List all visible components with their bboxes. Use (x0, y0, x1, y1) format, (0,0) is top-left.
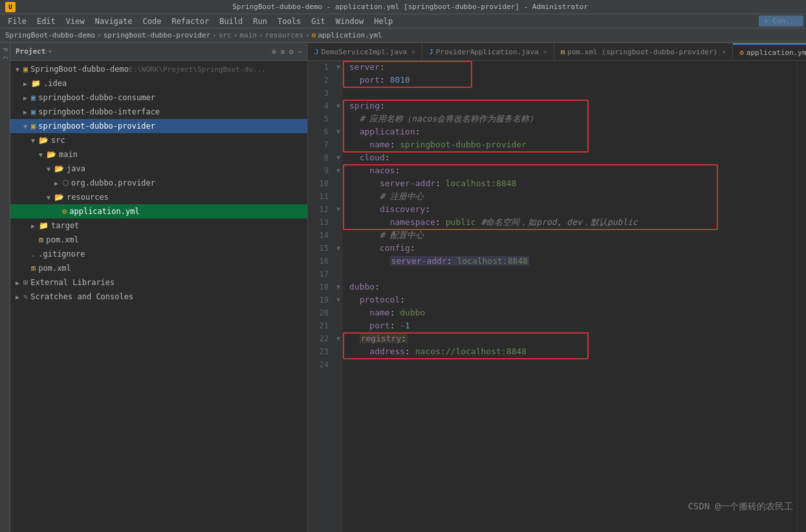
tab-ProviderApplication[interactable]: J ProviderApplication.java × (422, 43, 554, 60)
tab-pom-xml[interactable]: m pom.xml (springboot-dubbo-provider) × (554, 43, 733, 60)
menu-view[interactable]: View (61, 17, 90, 26)
tree-item-ext-libs[interactable]: ▶ ⊞ External Libraries (10, 275, 307, 290)
breadcrumb-main[interactable]: main (239, 31, 257, 39)
fold-8[interactable]: ▼ (334, 151, 343, 164)
menu-code[interactable]: Code (138, 17, 167, 26)
tab-close-ProviderApplication[interactable]: × (543, 48, 547, 56)
menu-file[interactable]: File (3, 17, 32, 26)
line-numbers: 12345 678910 1112131415 1617181920 21222… (308, 61, 334, 532)
fold-18[interactable]: ▼ (334, 281, 343, 293)
tree-arrow: ▼ (47, 194, 54, 201)
tree-label-scratches: Scratches and Consoles (30, 292, 133, 301)
fold-22[interactable]: ▼ (334, 332, 343, 345)
tree-item-idea[interactable]: ▶ 📁 .idea (10, 76, 307, 90)
app-logo: U (5, 2, 16, 12)
tree-item-package[interactable]: ▶ ⬡ org.dubbo.provider (10, 176, 307, 190)
breadcrumb-resources[interactable]: resources (265, 31, 304, 39)
tree-item-interface[interactable]: ▶ ▣ springboot-dubbo-interface (10, 105, 307, 119)
code-editor[interactable]: server: port: 8010 spring: # 应用名称（nacos会… (343, 61, 797, 532)
tree-label-resources: resources (67, 193, 109, 202)
tree-item-pom-root[interactable]: m pom.xml (10, 261, 307, 275)
tab-label-pom: pom.xml (springboot-dubbo-provider) (567, 48, 717, 56)
tree-arrow: ▶ (23, 94, 31, 101)
locate-file-button[interactable]: ⊕ (272, 47, 276, 56)
fold-gutter[interactable]: ▼ ▼ ▼ ▼ ▼ ▼ ▼ ▼ ▼ ▼ (334, 61, 343, 532)
tree-label-package: org.dubbo.provider (71, 178, 155, 187)
panel-dropdown[interactable]: ▾ (48, 48, 52, 55)
project-panel: Project ▾ ⊕ ≡ ⚙ − ▼ ▣ SpringBoot-dubbo-d… (10, 43, 308, 532)
fold-20 (334, 306, 343, 319)
file-tree: ▼ ▣ SpringBoot-dubbo-demo E:\WORK\Projec… (10, 61, 307, 532)
folder-icon: 📁 (39, 221, 49, 230)
tree-item-target[interactable]: ▶ 📁 target (10, 218, 307, 233)
vcs-button[interactable]: ↑ Con... (759, 16, 803, 27)
tab-DemoServiceImpl[interactable]: J DemoServiceImpl.java × (308, 43, 422, 60)
breadcrumb-src[interactable]: src (219, 31, 232, 39)
tree-item-root[interactable]: ▼ ▣ SpringBoot-dubbo-demo E:\WORK\Projec… (10, 62, 307, 76)
tree-item-pom-provider[interactable]: m pom.xml (10, 233, 307, 247)
menu-tools[interactable]: Tools (272, 17, 306, 26)
fold-11 (334, 190, 343, 203)
tab-close-DemoServiceImpl[interactable]: × (411, 48, 415, 56)
folder-icon: 📁 (31, 79, 41, 88)
tree-item-src[interactable]: ▼ 📂 src (10, 133, 307, 147)
tree-item-java-folder[interactable]: ▼ 📂 java (10, 162, 307, 176)
tree-arrow: ▼ (23, 123, 31, 130)
code-line-2: port: 8010 (349, 74, 797, 87)
menu-navigate[interactable]: Navigate (90, 17, 138, 26)
fold-2 (334, 74, 343, 87)
tree-label-provider: springboot-dubbo-provider (38, 122, 155, 131)
code-line-18: dubbo: (349, 281, 797, 293)
tree-item-consumer[interactable]: ▶ ▣ springboot-dubbo-consumer (10, 90, 307, 105)
tree-arrow: ▼ (47, 165, 54, 173)
tab-application-yml[interactable]: ⚙ application.yml × (733, 43, 806, 60)
breadcrumb-yml[interactable]: application.yml (318, 31, 382, 39)
menu-bar: File Edit View Navigate Code Refactor Bu… (0, 14, 806, 28)
tree-arrow: ▶ (23, 109, 31, 116)
module-icon: ▣ (31, 107, 36, 116)
yml-file-icon: ⚙ (62, 207, 67, 216)
fold-1[interactable]: ▼ (334, 61, 343, 74)
commit-tool-button[interactable]: C (2, 56, 8, 59)
collapse-all-button[interactable]: ≡ (280, 47, 285, 56)
editor-content[interactable]: 12345 678910 1112131415 1617181920 21222… (308, 61, 806, 532)
menu-build[interactable]: Build (214, 17, 248, 26)
fold-13 (334, 216, 343, 229)
tab-close-pom[interactable]: × (722, 48, 726, 56)
fold-15[interactable]: ▼ (334, 242, 343, 255)
window-title: SpringBoot-dubbo-demo - application.yml … (19, 3, 801, 11)
fold-6[interactable]: ▼ (334, 125, 343, 138)
menu-edit[interactable]: Edit (32, 17, 61, 26)
menu-window[interactable]: Window (331, 17, 369, 26)
tab-label-DemoServiceImpl: DemoServiceImpl.java (321, 48, 407, 56)
tree-item-scratches[interactable]: ▶ ✎ Scratches and Consoles (10, 290, 307, 304)
project-tool-button[interactable]: P (2, 48, 8, 51)
breadcrumb-provider[interactable]: springboot-dubbo-provider (103, 31, 211, 39)
tree-label-java: java (67, 164, 85, 173)
package-icon: ⬡ (62, 178, 69, 187)
menu-run[interactable]: Run (248, 17, 272, 26)
fold-12[interactable]: ▼ (334, 203, 343, 216)
fold-9[interactable]: ▼ (334, 164, 343, 177)
fold-19[interactable]: ▼ (334, 293, 343, 306)
tree-item-provider[interactable]: ▼ ▣ springboot-dubbo-provider (10, 119, 307, 133)
fold-4[interactable]: ▼ (334, 100, 343, 112)
menu-refactor[interactable]: Refactor (166, 17, 214, 26)
minimize-panel-button[interactable]: − (298, 47, 302, 56)
code-line-22: registry: (349, 332, 797, 345)
menu-help[interactable]: Help (369, 17, 398, 26)
tree-item-resources[interactable]: ▼ 📂 resources (10, 190, 307, 204)
menu-git[interactable]: Git (306, 17, 331, 26)
settings-button[interactable]: ⚙ (289, 47, 294, 56)
tree-item-yml[interactable]: ⚙ application.yml (10, 204, 307, 218)
fold-23 (334, 345, 343, 358)
tree-arrow: ▶ (16, 279, 23, 286)
breadcrumb-root[interactable]: SpringBoot-dubbo-demo (5, 31, 95, 39)
tree-label-main: main (59, 150, 78, 159)
tree-label-root: SpringBoot-dubbo-demo (30, 65, 129, 74)
xml-tab-icon: m (561, 48, 565, 56)
watermark: CSDN @一个搬砖的农民工 (688, 501, 793, 513)
tree-item-gitignore[interactable]: . .gitignore (10, 247, 307, 261)
tree-item-main[interactable]: ▼ 📂 main (10, 147, 307, 162)
project-icon: ▣ (23, 65, 28, 74)
